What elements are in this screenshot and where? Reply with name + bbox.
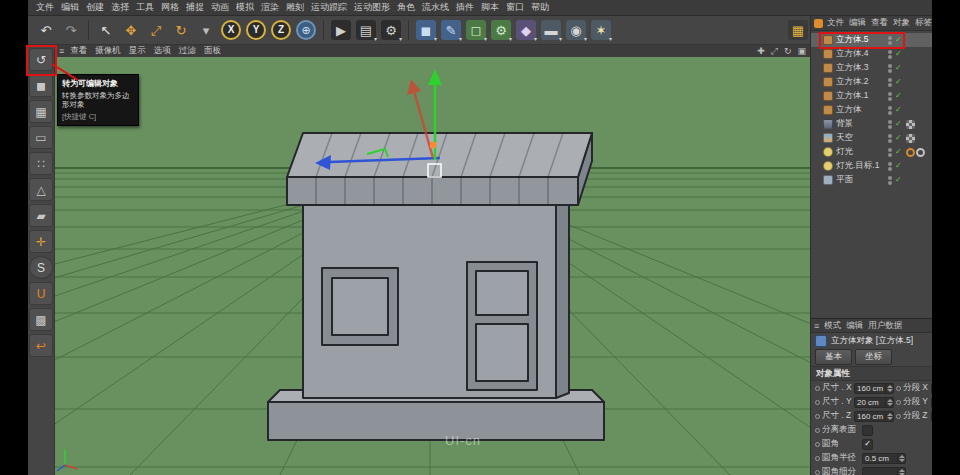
object-tag-icon[interactable] — [906, 120, 915, 129]
coordinate-system-icon[interactable]: ⊕ — [294, 18, 318, 42]
keyframe-dot-icon[interactable] — [815, 414, 820, 419]
redo-icon[interactable]: ↷ — [59, 18, 83, 42]
menu-item[interactable]: 运动图形 — [354, 1, 390, 14]
menu-item[interactable]: 窗口 — [506, 1, 524, 14]
keyframe-dot-icon[interactable] — [896, 386, 901, 391]
attr-tab[interactable]: 基本 — [815, 349, 852, 365]
object-row[interactable]: 立方体.4 ✓ — [811, 47, 932, 61]
points-mode-icon[interactable]: ∷ — [29, 152, 53, 175]
visibility-dots-icon[interactable] — [888, 120, 892, 129]
enabled-check-icon[interactable]: ✓ — [895, 176, 903, 184]
lock-workplane-icon[interactable]: ↩ — [29, 334, 53, 357]
attribute-menu-icon[interactable]: ≡ — [814, 321, 819, 331]
visibility-dots-icon[interactable] — [888, 176, 892, 185]
render-settings-icon[interactable]: ⚙▾ — [379, 18, 403, 42]
quantize-icon[interactable]: ▩ — [29, 308, 53, 331]
om-menu-item[interactable]: 查看 — [871, 17, 888, 29]
visibility-dots-icon[interactable] — [888, 92, 892, 101]
viewport-menu-item[interactable]: 面板 — [204, 45, 221, 57]
menu-item[interactable]: 运动跟踪 — [311, 1, 347, 14]
attr-menu-item[interactable]: 模式 — [824, 320, 841, 332]
object-tag-icon[interactable] — [906, 148, 915, 157]
fillet-radius-input[interactable]: 0.5 cm — [862, 453, 906, 464]
render-view-icon[interactable]: ▶ — [329, 18, 353, 42]
viewport-3d[interactable]: UI-cn — [55, 57, 810, 475]
enabled-check-icon[interactable]: ✓ — [895, 162, 903, 170]
magnet-icon[interactable]: U — [29, 282, 53, 305]
object-row[interactable]: 立方体.5 ✓ — [811, 33, 932, 47]
add-subdivision-icon[interactable]: ◻▾ — [464, 18, 488, 42]
enabled-check-icon[interactable]: ✓ — [895, 36, 903, 44]
object-row[interactable]: 立方体.1 ✓ — [811, 89, 932, 103]
undo-icon[interactable]: ↶ — [34, 18, 58, 42]
menu-item[interactable]: 渲染 — [261, 1, 279, 14]
menu-item[interactable]: 流水线 — [422, 1, 449, 14]
add-deformer-icon[interactable]: ◆▾ — [514, 18, 538, 42]
stepper-icon[interactable] — [885, 398, 893, 407]
fillet-checkbox[interactable]: ✓ — [862, 439, 873, 450]
model-mode-icon[interactable]: ◼ — [29, 74, 53, 97]
enabled-check-icon[interactable]: ✓ — [895, 148, 903, 156]
viewport-menu-icon[interactable]: ≡ — [59, 46, 64, 56]
rotate-view-icon[interactable]: ↻ — [784, 47, 792, 56]
enabled-check-icon[interactable]: ✓ — [895, 92, 903, 100]
visibility-dots-icon[interactable] — [888, 64, 892, 73]
menu-item[interactable]: 角色 — [397, 1, 415, 14]
menu-item[interactable]: 工具 — [136, 1, 154, 14]
workplane-mode-icon[interactable]: ▭ — [29, 126, 53, 149]
object-tag-icon[interactable] — [916, 148, 925, 157]
object-row[interactable]: 背景 ✓ — [811, 117, 932, 131]
keyframe-dot-icon[interactable] — [815, 470, 820, 475]
object-row[interactable]: 灯光 ✓ — [811, 145, 932, 159]
om-menu-item[interactable]: 对象 — [893, 17, 910, 29]
menu-item[interactable]: 脚本 — [481, 1, 499, 14]
object-row[interactable]: 平面 ✓ — [811, 173, 932, 187]
keyframe-dot-icon[interactable] — [815, 428, 820, 433]
section-header-object-properties[interactable]: 对象属性 — [811, 366, 932, 381]
keyframe-dot-icon[interactable] — [815, 442, 820, 447]
visibility-dots-icon[interactable] — [888, 134, 892, 143]
add-environment-icon[interactable]: ▬▾ — [539, 18, 563, 42]
object-row[interactable]: 天空 ✓ — [811, 131, 932, 145]
live-selection-icon[interactable]: ↖ — [94, 18, 118, 42]
menu-item[interactable]: 文件 — [36, 1, 54, 14]
keyframe-dot-icon[interactable] — [896, 400, 901, 405]
attr-menu-item[interactable]: 用户数据 — [868, 320, 902, 332]
rotate-tool-icon[interactable]: ↻ — [169, 18, 193, 42]
attr-tab[interactable]: 坐标 — [855, 349, 892, 365]
stepper-icon[interactable] — [897, 454, 905, 463]
object-row[interactable]: 立方体.2 ✓ — [811, 75, 932, 89]
om-menu-item[interactable]: 文件 — [827, 17, 844, 29]
add-spline-icon[interactable]: ✎▾ — [439, 18, 463, 42]
object-row[interactable]: 立方体.3 ✓ — [811, 61, 932, 75]
enabled-check-icon[interactable]: ✓ — [895, 106, 903, 114]
enabled-check-icon[interactable]: ✓ — [895, 50, 903, 58]
menu-item[interactable]: 插件 — [456, 1, 474, 14]
menu-item[interactable]: 模拟 — [236, 1, 254, 14]
viewport-menu-item[interactable]: 查看 — [70, 45, 87, 57]
segment-input[interactable] — [931, 411, 932, 422]
maximize-view-icon[interactable]: ▣ — [797, 47, 806, 56]
edges-mode-icon[interactable]: △ — [29, 178, 53, 201]
stepper-icon[interactable] — [885, 412, 893, 421]
enabled-check-icon[interactable]: ✓ — [895, 120, 903, 128]
object-tag-icon[interactable] — [906, 134, 915, 143]
snap-icon[interactable]: S — [29, 256, 53, 279]
add-generator-icon[interactable]: ⚙▾ — [489, 18, 513, 42]
visibility-dots-icon[interactable] — [888, 162, 892, 171]
segment-input[interactable] — [931, 397, 932, 408]
viewport-menu-item[interactable]: 摄像机 — [95, 45, 121, 57]
menu-item[interactable]: 雕刻 — [286, 1, 304, 14]
size-input[interactable]: 20 cm — [854, 397, 894, 408]
scale-tool-icon[interactable]: ⤢ — [144, 18, 168, 42]
fillet-subdivision-input[interactable] — [862, 467, 906, 475]
size-input[interactable]: 160 cm — [854, 383, 894, 394]
menu-item[interactable]: 动画 — [211, 1, 229, 14]
menu-item[interactable]: 编辑 — [61, 1, 79, 14]
zoom-view-icon[interactable]: ⤢ — [771, 47, 778, 56]
size-input[interactable]: 160 cm — [854, 411, 894, 422]
enabled-check-icon[interactable]: ✓ — [895, 64, 903, 72]
house-model[interactable] — [268, 133, 604, 440]
keyframe-dot-icon[interactable] — [815, 456, 820, 461]
viewport-menu-item[interactable]: 选项 — [154, 45, 171, 57]
